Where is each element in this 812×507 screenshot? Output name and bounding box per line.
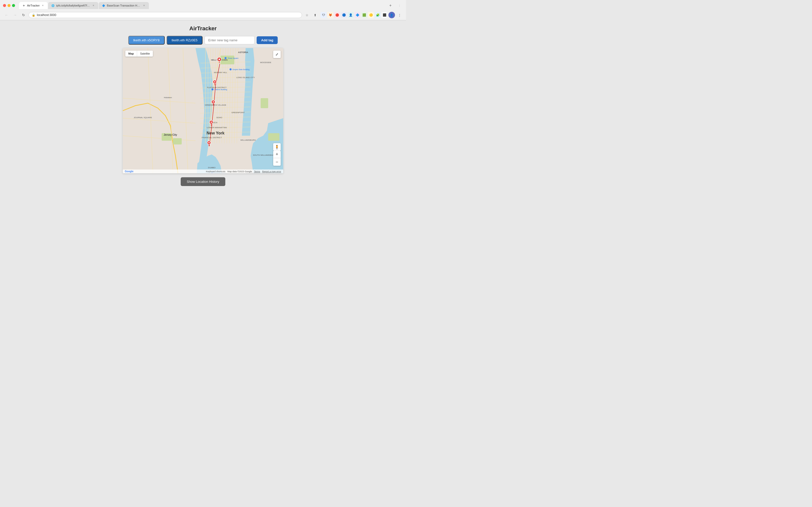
svg-text:GREENWICH VILLAGE: GREENWICH VILLAGE bbox=[205, 104, 226, 106]
tag-bar: tkeith.eth x5ORY8 tkeith.eth RZz0E5 Add … bbox=[128, 36, 278, 45]
ext-icon-10[interactable]: ⬛ bbox=[382, 12, 388, 18]
svg-point-66 bbox=[211, 89, 213, 91]
svg-text:JOURNAL SQUARE: JOURNAL SQUARE bbox=[134, 116, 152, 119]
svg-point-84 bbox=[211, 122, 212, 123]
ext-icon-8[interactable]: 🟡 bbox=[368, 12, 374, 18]
svg-text:LONG ISLAND CITY: LONG ISLAND CITY bbox=[236, 76, 255, 78]
extensions-bar: 🛡 🦊 🔴 🔵 👤 🔷 🟩 🟡 🧩 ⬛ bbox=[320, 12, 388, 18]
app-title: AirTracker bbox=[190, 25, 217, 32]
ext-icon-2[interactable]: 🦊 bbox=[327, 12, 333, 18]
svg-text:LOWER MANHATTAN: LOWER MANHATTAN bbox=[207, 126, 227, 129]
map-fullscreen-button[interactable]: ⤢ bbox=[273, 51, 281, 58]
map-attribution: Map data ©2023 Google bbox=[227, 170, 252, 173]
svg-point-78 bbox=[214, 81, 215, 82]
lock-icon: 🔒 bbox=[32, 13, 35, 17]
map-keyboard-shortcuts[interactable]: Keyboard shortcuts bbox=[206, 170, 225, 173]
url-display: localhost:3000 bbox=[37, 13, 299, 17]
svg-rect-40 bbox=[261, 98, 268, 108]
ext-icon-1[interactable]: 🛡 bbox=[320, 12, 326, 18]
tag-name-input[interactable] bbox=[204, 36, 255, 44]
svg-point-62 bbox=[224, 57, 226, 59]
tab-label-basescan: BaseScan Transaction Hash (... bbox=[107, 4, 141, 7]
show-location-history-button[interactable]: Show Location History bbox=[181, 177, 225, 186]
browser-controls: ← → ↻ 🔒 localhost:3000 ☆ ⬆ 🛡 🦊 🔴 🔵 👤 🔷 🟩… bbox=[0, 10, 406, 20]
svg-text:Hoboken: Hoboken bbox=[164, 96, 172, 99]
tag-chip-2[interactable]: tkeith.eth RZz0E5 bbox=[167, 36, 203, 45]
reload-button[interactable]: ↻ bbox=[20, 11, 27, 18]
ext-icon-5[interactable]: 👤 bbox=[348, 12, 354, 18]
svg-rect-38 bbox=[173, 138, 182, 145]
map-view-toggle: Map Satellite bbox=[125, 51, 153, 57]
svg-text:SOHO: SOHO bbox=[216, 116, 222, 119]
svg-point-81 bbox=[213, 101, 214, 103]
map-report-link[interactable]: Report a map error bbox=[262, 170, 281, 173]
minimize-window-button[interactable] bbox=[7, 4, 10, 7]
tabs-bar: ✈ AirTracker ✕ 🌐 ipfs.io/ipfs/bafybeifgx… bbox=[19, 2, 394, 9]
browser-titlebar: ✈ AirTracker ✕ 🌐 ipfs.io/ipfs/bafybeifgx… bbox=[0, 0, 406, 10]
tag-chip-1[interactable]: tkeith.eth x5ORY8 bbox=[128, 36, 165, 45]
svg-text:Empire State Building: Empire State Building bbox=[233, 69, 249, 71]
svg-text:Flatiron Building: Flatiron Building bbox=[214, 89, 227, 91]
svg-text:WOODSIDE: WOODSIDE bbox=[260, 61, 271, 64]
tab-favicon-basescan: 🔷 bbox=[102, 4, 105, 7]
svg-text:Jersey City: Jersey City bbox=[164, 133, 177, 136]
map-terms-link[interactable]: Terms bbox=[254, 170, 260, 173]
traffic-lights bbox=[3, 4, 15, 7]
svg-text:DUMBO: DUMBO bbox=[208, 167, 215, 169]
ext-icon-4[interactable]: 🔵 bbox=[341, 12, 347, 18]
svg-text:Times Square: Times Square bbox=[227, 57, 238, 59]
profile-avatar[interactable]: 👤 bbox=[389, 12, 395, 18]
map-footer-right: Keyboard shortcuts Map data ©2023 Google… bbox=[206, 170, 281, 173]
new-tab-button[interactable]: + bbox=[387, 2, 394, 9]
tab-basescan[interactable]: 🔷 BaseScan Transaction Hash (... ✕ bbox=[99, 2, 149, 9]
google-logo: Google bbox=[125, 170, 133, 173]
svg-text:New York: New York bbox=[206, 131, 224, 135]
svg-point-64 bbox=[230, 68, 232, 70]
ext-icon-7[interactable]: 🟩 bbox=[361, 12, 367, 18]
svg-text:FINANCIAL DISTRICT: FINANCIAL DISTRICT bbox=[202, 136, 222, 139]
add-tag-button[interactable]: Add tag bbox=[257, 36, 278, 44]
ext-icon-6[interactable]: 🔷 bbox=[354, 12, 360, 18]
back-button[interactable]: ← bbox=[3, 11, 10, 18]
tab-label-ipfs: ipfs.io/ipfs/bafybeifgxefi7fqwt... bbox=[56, 4, 90, 7]
tab-label-airtracker: AirTracker bbox=[27, 4, 40, 7]
tab-favicon-airtracker: ✈ bbox=[22, 4, 26, 7]
window-menu-button[interactable]: ⋮ bbox=[396, 2, 403, 9]
share-button[interactable]: ⬆ bbox=[311, 11, 318, 18]
browser-menu-button[interactable]: ⋮ bbox=[396, 11, 403, 18]
tab-ipfs[interactable]: 🌐 ipfs.io/ipfs/bafybeifgxefi7fqwt... ✕ bbox=[48, 2, 98, 9]
close-window-button[interactable] bbox=[3, 4, 6, 7]
svg-text:ASTORIA: ASTORIA bbox=[238, 51, 248, 54]
map-view-satellite-button[interactable]: Satellite bbox=[137, 51, 153, 57]
map-container: ASTORIA WOODSIDE LONG ISLAND CITY GREENP… bbox=[123, 48, 283, 173]
map-svg: ASTORIA WOODSIDE LONG ISLAND CITY GREENP… bbox=[123, 48, 283, 173]
map-zoom-controls: + − bbox=[273, 151, 281, 166]
ext-icon-9[interactable]: 🧩 bbox=[375, 12, 381, 18]
map-pegman-button[interactable]: 🧍 bbox=[273, 143, 281, 151]
svg-text:GREENPOINT: GREENPOINT bbox=[232, 111, 245, 114]
bookmark-star-icon[interactable]: ☆ bbox=[304, 11, 310, 18]
map-zoom-in-button[interactable]: + bbox=[273, 151, 281, 158]
tab-favicon-ipfs: 🌐 bbox=[51, 4, 55, 7]
svg-text:SOUTH WILLIAMSBURG: SOUTH WILLIAMSBURG bbox=[253, 154, 276, 156]
address-bar[interactable]: 🔒 localhost:3000 bbox=[29, 12, 302, 18]
tab-spacer bbox=[149, 2, 386, 9]
maximize-window-button[interactable] bbox=[12, 4, 15, 7]
map-zoom-out-button[interactable]: − bbox=[273, 158, 281, 166]
tab-airtracker[interactable]: ✈ AirTracker ✕ bbox=[19, 2, 48, 9]
tab-close-ipfs[interactable]: ✕ bbox=[92, 4, 95, 7]
svg-point-87 bbox=[208, 142, 210, 144]
tab-close-airtracker[interactable]: ✕ bbox=[41, 4, 45, 7]
map-view-map-button[interactable]: Map bbox=[125, 51, 137, 57]
svg-text:FLATIRON DISTRICT: FLATIRON DISTRICT bbox=[207, 87, 226, 89]
ext-icon-3[interactable]: 🔴 bbox=[334, 12, 340, 18]
svg-text:WILLIAMSBURG: WILLIAMSBURG bbox=[240, 139, 256, 141]
tab-close-basescan[interactable]: ✕ bbox=[142, 4, 146, 7]
browser-chrome: ✈ AirTracker ✕ 🌐 ipfs.io/ipfs/bafybeifgx… bbox=[0, 0, 406, 20]
svg-text:MURRAY HILL: MURRAY HILL bbox=[214, 71, 227, 74]
svg-rect-41 bbox=[268, 133, 280, 141]
svg-point-75 bbox=[218, 59, 220, 60]
browser-actions: ☆ ⬆ 🛡 🦊 🔴 🔵 👤 🔷 🟩 🟡 🧩 ⬛ 👤 ⋮ bbox=[304, 11, 403, 18]
map-footer: Google Keyboard shortcuts Map data ©2023… bbox=[123, 169, 283, 173]
forward-button[interactable]: → bbox=[11, 11, 18, 18]
